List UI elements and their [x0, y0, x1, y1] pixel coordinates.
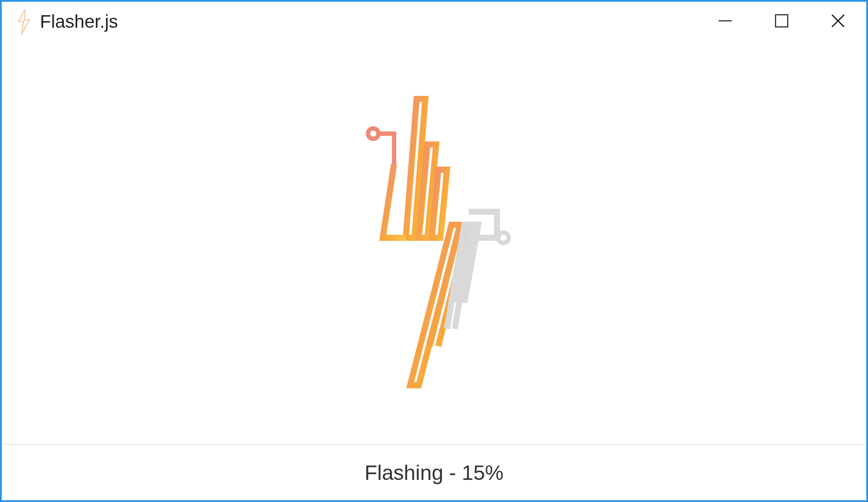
lightning-bolt-icon [14, 9, 34, 35]
flashing-progress-icon [326, 90, 542, 396]
svg-point-4 [368, 128, 378, 139]
minimize-button[interactable] [697, 2, 753, 42]
maximize-button[interactable] [753, 2, 810, 42]
app-title: Flasher.js [40, 11, 118, 32]
titlebar-left: Flasher.js [2, 9, 118, 35]
window-controls [697, 2, 866, 42]
close-button[interactable] [810, 2, 866, 42]
titlebar: Flasher.js [2, 2, 866, 42]
svg-point-5 [498, 233, 509, 243]
maximize-icon [774, 13, 789, 30]
status-bar: Flashing - 15% [2, 444, 866, 500]
close-icon [831, 13, 845, 30]
svg-rect-1 [776, 15, 788, 27]
main-content [2, 42, 866, 444]
minimize-icon [718, 13, 733, 30]
status-text: Flashing - 15% [365, 461, 503, 485]
